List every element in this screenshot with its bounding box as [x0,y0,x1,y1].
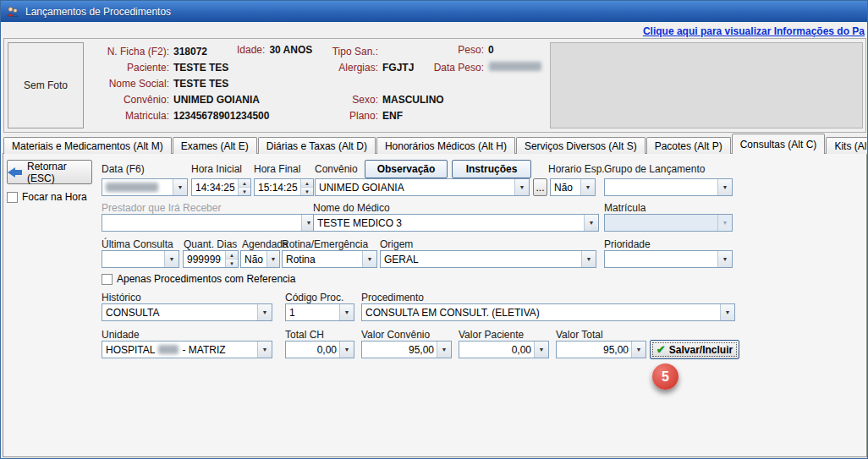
patient-matricula: Matricula:12345678901234500 [38,110,269,122]
horario-esp-combobox[interactable]: Não ▼ [550,178,596,196]
dropdown-arrow-icon[interactable]: ▼ [581,251,596,267]
tab-honorarios[interactable]: Honorários Médicos (Alt H) [376,137,515,154]
tab-servicos[interactable]: Serviços Diversos (Alt S) [516,137,646,154]
spin-down-icon[interactable]: ▼ [226,260,238,267]
prioridade-combobox[interactable]: ▼ [604,250,733,268]
patient-info-link[interactable]: Clique aqui para visualizar Informações … [643,25,865,37]
dropdown-arrow-icon[interactable]: ▼ [362,251,376,267]
patient-convenio: Convênio:UNIMED GOIANIA [38,94,260,106]
total-ch-label: Total CH [285,329,324,341]
spinner-buttons[interactable]: ▲▼ [238,179,250,195]
dropdown-arrow-icon[interactable]: ▼ [580,179,595,195]
dropdown-arrow-icon[interactable]: ▼ [164,251,179,267]
prestador-label: Prestador que Irá Receber [102,202,221,214]
prestador-combobox[interactable]: ▼ [102,214,316,232]
rotina-emergencia-combobox[interactable]: Rotina ▼ [282,250,377,268]
procedimento-label: Procedimento [361,292,424,303]
ellipsis-button[interactable]: ... [533,178,547,196]
historico-combobox[interactable]: CONSULTA ▼ [102,303,272,321]
tab-materiais[interactable]: Materiais e Medicamentos (Alt M) [3,137,172,154]
tab-diarias[interactable]: Diárias e Taxas (Alt D) [258,137,376,154]
valor-total-field[interactable]: 95,00 ▼ [556,341,646,358]
dropdown-arrow-icon[interactable]: ▼ [266,251,279,267]
redacted-value [489,62,541,71]
spin-up-icon[interactable]: ▲ [301,179,313,188]
valor-total-label: Valor Total [556,329,603,341]
data-label: Data (F6) [102,163,145,175]
checkbox-box[interactable] [7,192,18,203]
tab-consultas[interactable]: Consultas (Alt C) [732,134,826,154]
dropdown-arrow-icon[interactable]: ▼ [717,251,732,267]
unidade-label: Unidade [102,329,140,341]
observacao-button[interactable]: Observação [365,160,448,178]
spinner-buttons[interactable]: ▲▼ [300,179,313,195]
procedures-window: Lançamentos de Procedimentos Clique aqui… [0,0,868,459]
dropdown-arrow-icon[interactable]: ▼ [173,179,187,195]
checkbox-box[interactable] [102,274,113,285]
valor-paciente-field[interactable]: 0,00 ▼ [459,341,549,358]
dropdown-arrow-icon[interactable]: ▼ [720,304,734,320]
dropdown-arrow-icon[interactable]: ▼ [339,342,354,358]
grupo-lancamento-label: Grupo de Lançamento [604,163,705,175]
spinner-buttons[interactable]: ▲▼ [225,251,238,267]
patient-sexo: Sexo:MASCULINO [283,94,444,106]
back-arrow-icon [8,167,22,178]
historico-label: Histórico [102,292,141,303]
nome-medico-label: Nome do Médico [313,202,390,214]
titlebar[interactable]: Lançamentos de Procedimentos [1,1,868,22]
dropdown-arrow-icon[interactable]: ▼ [717,179,732,195]
redacted-value [158,345,179,354]
dropdown-arrow-icon[interactable]: ▼ [257,342,272,358]
instrucoes-button[interactable]: Instruções [452,160,531,178]
dropdown-arrow-icon[interactable]: ▼ [514,179,529,195]
quant-dias-spinner[interactable]: 999999 ▲▼ [183,250,239,268]
patient-paciente: Paciente:TESTE TES [38,62,228,74]
spin-down-icon[interactable]: ▼ [239,188,250,195]
agendada-combobox[interactable]: Não ▼ [240,250,280,268]
patient-plano: Plano:ENF [283,110,403,122]
valor-convenio-field[interactable]: 95,00 ▼ [361,341,452,358]
grupo-lancamento-combobox[interactable]: ▼ [604,178,733,196]
tab-strip: Materiais e Medicamentos (Alt M) Exames … [3,134,868,154]
dropdown-arrow-icon[interactable]: ▼ [339,304,354,320]
data-combobox[interactable]: ▼ [102,178,188,196]
matricula-label: Matrícula [604,202,646,214]
tab-pacotes[interactable]: Pacotes (Alt P) [646,137,731,154]
spin-up-icon[interactable]: ▲ [239,179,250,188]
nome-medico-combobox[interactable]: TESTE MEDICO 3 ▼ [313,214,599,232]
valor-paciente-label: Valor Paciente [459,329,524,341]
prioridade-label: Prioridade [604,238,651,250]
salvar-incluir-button[interactable]: ✔ Salvar/Incluir [650,340,739,359]
origem-combobox[interactable]: GERAL ▼ [380,250,596,268]
procedimento-combobox[interactable]: CONSULTA EM CONSULT. (ELETIVA) ▼ [361,303,735,321]
window-title: Lançamentos de Procedimentos [25,6,171,18]
dropdown-arrow-icon[interactable]: ▼ [584,215,598,231]
referencia-checkbox[interactable]: Apenas Procedimentos com Referencia [102,273,295,285]
hora-final-spinner[interactable]: 15:14:25 ▲▼ [254,178,314,196]
step-badge: 5 [652,363,678,390]
patient-peso: Peso:0 [395,44,494,56]
dropdown-arrow-icon[interactable]: ▼ [534,342,548,358]
dropdown-arrow-icon[interactable]: ▼ [257,304,272,320]
codigo-proc-label: Código Proc. [285,292,343,303]
dropdown-arrow-icon[interactable]: ▼ [631,342,646,358]
dropdown-arrow-icon[interactable]: ▼ [437,342,451,358]
ultima-consulta-combobox[interactable]: ▼ [102,250,179,268]
convenio-combobox[interactable]: UNIMED GOIANIA ▼ [315,178,530,196]
total-ch-field[interactable]: 0,00 ▼ [285,341,354,358]
tab-exames[interactable]: Exames (Alt E) [173,137,257,154]
hora-inicial-label: Hora Inicial [191,163,242,175]
hora-inicial-spinner[interactable]: 14:34:25 ▲▼ [191,178,251,196]
patient-data-peso: Data Peso: [395,62,541,74]
patient-tipo-san: Tipo San.: [283,46,382,57]
spin-down-icon[interactable]: ▼ [301,188,313,195]
spin-up-icon[interactable]: ▲ [226,251,238,260]
focar-na-hora-checkbox[interactable]: Focar na Hora [7,191,87,203]
dropdown-arrow-icon: ▼ [717,215,732,231]
retornar-button[interactable]: Retornar (ESC) [7,160,92,184]
horario-esp-label: Horario Esp. [548,163,605,175]
codigo-proc-combobox[interactable]: 1 ▼ [285,303,354,321]
tab-kits[interactable]: Kits (Alt K) [826,137,868,154]
unidade-combobox[interactable]: HOSPITAL - MATRIZ ▼ [102,341,272,358]
hora-final-label: Hora Final [254,163,300,175]
